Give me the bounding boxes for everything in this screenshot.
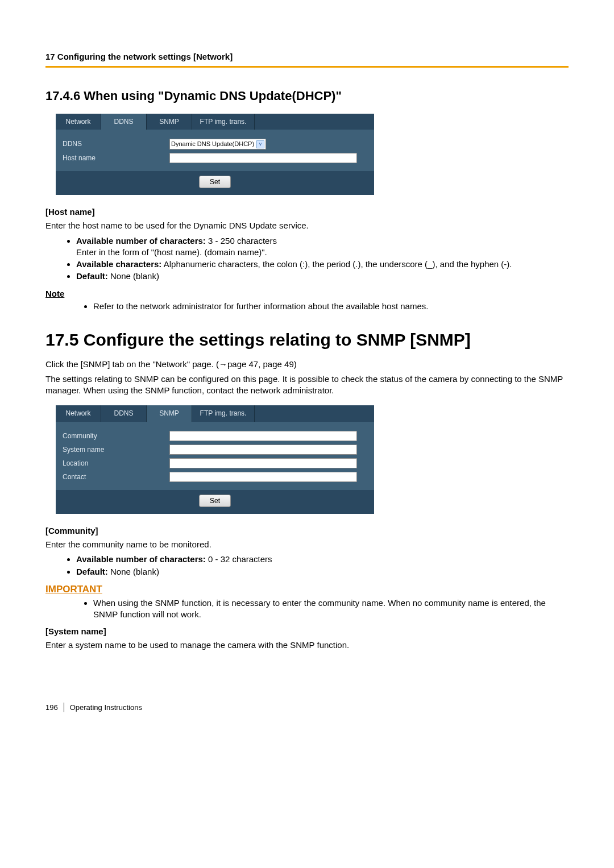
bullet-label: Available number of characters: [76,554,206,564]
bullet-label: Available number of characters: [76,236,206,246]
snmp-intro-1: Click the [SNMP] tab on the "Network" pa… [45,359,569,370]
page-number: 196 [45,703,64,713]
note-list: Refer to the network administrator for f… [45,301,569,312]
doc-title: Operating Instructions [70,703,142,713]
location-input[interactable] [169,458,357,468]
tab-bar-ddns: Network DDNS SNMP FTP img. trans. [56,114,374,130]
set-button[interactable]: Set [199,495,231,507]
chevron-down-icon: v [256,140,264,148]
set-button[interactable]: Set [199,176,231,188]
contact-input[interactable] [169,472,357,482]
tab-network[interactable]: Network [56,405,101,421]
tab-ddns[interactable]: DDNS [101,405,147,421]
system-name-label: System name [63,445,169,454]
contact-label: Contact [63,472,169,481]
note-heading: Note [45,288,569,300]
location-label: Location [63,459,169,468]
bullet-label: Available characters: [76,259,161,269]
system-name-input[interactable] [169,445,357,455]
list-item: Default: None (blank) [76,566,569,578]
bullet-text: None (blank) [108,271,159,281]
host-name-label: Host name [63,153,169,163]
bullet-label: Default: [76,567,108,576]
bullet-text: Alphanumeric characters, the colon (:), … [161,259,512,269]
community-label: Community [63,431,169,441]
snmp-config-panel: Network DDNS SNMP FTP img. trans. Commun… [56,405,374,513]
tab-ftp[interactable]: FTP img. trans. [192,114,255,130]
tab-ftp[interactable]: FTP img. trans. [192,405,255,421]
section-heading-175: 17.5 Configure the settings relating to … [45,329,569,351]
section-heading-1746: 17.4.6 When using "Dynamic DNS Update(DH… [45,88,569,105]
bullet-text: 3 - 250 characters [206,236,277,246]
bullet-subtext: Enter in the form of "(host name). (doma… [76,247,267,257]
ddns-config-panel: Network DDNS SNMP FTP img. trans. DDNS D… [56,114,374,195]
ddns-panel-body: DDNS Dynamic DNS Update(DHCP) v Host nam… [56,130,374,171]
list-item: Available number of characters: 0 - 32 c… [76,554,569,565]
community-heading: [Community] [45,525,569,537]
page-footer: 196 Operating Instructions [45,703,569,713]
list-item: Available characters: Alphanumeric chara… [76,259,569,270]
snmp-intro-2: The settings relating to SNMP can be con… [45,373,569,397]
tab-snmp[interactable]: SNMP [147,114,192,130]
list-item: Refer to the network administrator for f… [93,301,569,312]
system-name-description: Enter a system name to be used to manage… [45,639,569,651]
list-item: When using the SNMP function, it is nece… [93,597,569,621]
tab-bar-snmp: Network DDNS SNMP FTP img. trans. [56,405,374,421]
tab-ddns[interactable]: DDNS [101,114,147,130]
bullet-text: None (blank) [108,567,159,576]
page-header-breadcrumb: 17 Configuring the network settings [Net… [45,51,569,63]
tab-snmp[interactable]: SNMP [147,405,192,421]
community-input[interactable] [169,431,357,441]
host-name-description: Enter the host name to be used for the D… [45,220,569,231]
host-name-input[interactable] [169,153,357,163]
list-item: Available number of characters: 3 - 250 … [76,235,569,259]
bullet-text: 0 - 32 characters [206,554,272,564]
host-name-heading: [Host name] [45,206,569,218]
ddns-mode-value: Dynamic DNS Update(DHCP) [171,140,254,148]
header-rule [45,66,569,68]
bullet-label: Default: [76,271,108,281]
important-list: When using the SNMP function, it is nece… [45,597,569,621]
community-bullet-list: Available number of characters: 0 - 32 c… [45,554,569,578]
important-heading: IMPORTANT [45,583,569,596]
snmp-panel-body: Community System name Location Contact [56,422,374,490]
ddns-mode-select[interactable]: Dynamic DNS Update(DHCP) v [169,139,266,149]
ddns-field-label: DDNS [63,139,169,148]
list-item: Default: None (blank) [76,271,569,282]
community-description: Enter the community name to be monitored… [45,539,569,550]
system-name-heading: [System name] [45,626,569,637]
tab-network[interactable]: Network [56,114,101,130]
host-name-bullet-list: Available number of characters: 3 - 250 … [45,235,569,283]
